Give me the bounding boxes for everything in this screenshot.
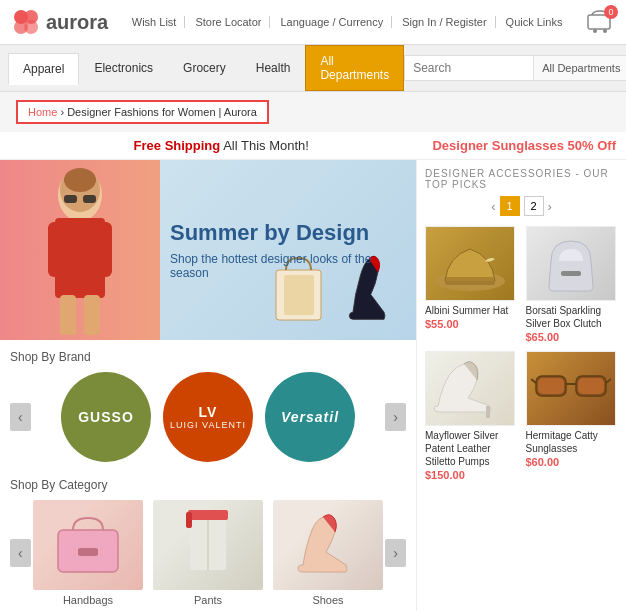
- product-pumps[interactable]: Mayflower Silver Patent Leather Stiletto…: [425, 351, 518, 481]
- hero-text: Summer by Design Shop the hottest design…: [0, 200, 416, 300]
- handbag-illustration: [48, 510, 128, 580]
- svg-point-14: [64, 168, 96, 192]
- category-carousel: ‹ Handbags: [10, 500, 406, 606]
- bag-illustration: [531, 231, 611, 296]
- svg-point-6: [603, 29, 607, 33]
- free-shipping-banner: Free Shipping All This Month!: [10, 138, 432, 153]
- designer-sunglasses-promo[interactable]: Designer Sunglasses 50% Off: [432, 138, 616, 153]
- breadcrumb-wrapper: Home › Designer Fashions for Women | Aur…: [0, 92, 626, 132]
- category-next-button[interactable]: ›: [385, 539, 406, 567]
- logo-icon: [12, 8, 40, 36]
- brand-next-button[interactable]: ›: [385, 403, 406, 431]
- right-panel: DESIGNER ACCESSORIES - OUR TOP PICKS ‹ 1…: [416, 160, 626, 611]
- product-hat[interactable]: Albini Summer Hat $55.00: [425, 226, 518, 343]
- product-pumps-price: $150.00: [425, 469, 518, 481]
- page-header: aurora Wish List Store Locator Language …: [0, 0, 626, 45]
- category-pants-image: [153, 500, 263, 590]
- category-pants[interactable]: Pants: [153, 500, 263, 606]
- product-sunglasses-image: [526, 351, 616, 426]
- hero-title: Summer by Design: [170, 220, 396, 246]
- tab-all-departments[interactable]: All Departments: [305, 45, 404, 91]
- hat-illustration: [430, 231, 510, 296]
- brand-lv[interactable]: LV LUIGI VALENTI: [163, 372, 253, 462]
- svg-rect-33: [538, 378, 564, 394]
- page-btn-1[interactable]: 1: [500, 196, 520, 216]
- brand-carousel: ‹ GUSSO LV LUIGI VALENTI Versatil ›: [10, 372, 406, 462]
- product-pumps-image: [425, 351, 515, 426]
- free-shipping-label: Free Shipping: [134, 138, 221, 153]
- search-dept-select[interactable]: All Departments: [534, 55, 626, 81]
- category-handbags-label: Handbags: [33, 594, 143, 606]
- brand-items: GUSSO LV LUIGI VALENTI Versatil: [31, 372, 386, 462]
- brand-versatil-label: Versatil: [281, 409, 339, 425]
- breadcrumb-home[interactable]: Home: [28, 106, 57, 118]
- tab-health[interactable]: Health: [241, 52, 306, 84]
- svg-rect-20: [78, 548, 98, 556]
- svg-rect-24: [186, 512, 192, 528]
- accessories-title: DESIGNER ACCESSORIES - OUR TOP PICKS: [425, 168, 618, 190]
- top-nav: Wish List Store Locator Language / Curre…: [124, 16, 571, 28]
- breadcrumb-current: Designer Fashions for Women | Aurora: [67, 106, 257, 118]
- brand-versatil[interactable]: Versatil: [265, 372, 355, 462]
- signin-link[interactable]: Sign In / Register: [394, 16, 495, 28]
- main-content: Summer by Design Shop the hottest design…: [0, 160, 626, 611]
- language-currency-link[interactable]: Language / Currency: [272, 16, 392, 28]
- breadcrumb: Home › Designer Fashions for Women | Aur…: [16, 100, 269, 124]
- category-items: Handbags Pants: [31, 500, 386, 606]
- category-shoes[interactable]: Shoes: [273, 500, 383, 606]
- search-input[interactable]: [404, 55, 534, 81]
- category-handbags[interactable]: Handbags: [33, 500, 143, 606]
- svg-line-32: [606, 379, 611, 383]
- cart-icon-wrap[interactable]: 0: [586, 9, 614, 36]
- quick-links[interactable]: Quick Links: [498, 16, 571, 28]
- category-handbags-image: [33, 500, 143, 590]
- cart-badge: 0: [604, 5, 618, 19]
- product-sunglasses[interactable]: Hermitage Catty Sunglasses $60.00: [526, 351, 619, 481]
- product-bag[interactable]: Borsati Sparkling Silver Box Clutch $65.…: [526, 226, 619, 343]
- tab-apparel[interactable]: Apparel: [8, 53, 79, 85]
- hero-subtitle: Shop the hottest designer looks of the s…: [170, 252, 396, 280]
- search-area: All Departments 🔍: [404, 55, 626, 81]
- logo[interactable]: aurora: [12, 8, 108, 36]
- product-sunglasses-name: Hermitage Catty Sunglasses: [526, 429, 619, 455]
- page-next-arrow[interactable]: ›: [548, 199, 552, 214]
- free-shipping-sub: All This Month!: [220, 138, 309, 153]
- brand-lv-sublabel: LUIGI VALENTI: [170, 420, 246, 430]
- product-hat-name: Albini Summer Hat: [425, 304, 518, 317]
- store-locator-link[interactable]: Store Locator: [187, 16, 270, 28]
- product-sunglasses-price: $60.00: [526, 456, 619, 468]
- page-btn-2[interactable]: 2: [524, 196, 544, 216]
- brand-section-title: Shop By Brand: [10, 350, 406, 364]
- brand-lv-label: LV: [199, 404, 218, 420]
- tab-electronics[interactable]: Electronics: [79, 52, 168, 84]
- sunglasses-illustration: [531, 361, 611, 416]
- hero-banner: Summer by Design Shop the hottest design…: [0, 160, 416, 340]
- left-panel: Summer by Design Shop the hottest design…: [0, 160, 416, 611]
- tab-grocery[interactable]: Grocery: [168, 52, 241, 84]
- brand-gusso-label: GUSSO: [78, 409, 134, 425]
- category-section: Shop By Category ‹ Handbags: [0, 468, 416, 611]
- category-shoes-label: Shoes: [273, 594, 383, 606]
- category-shoes-image: [273, 500, 383, 590]
- svg-line-31: [531, 379, 536, 383]
- svg-rect-28: [486, 406, 490, 418]
- wishlist-link[interactable]: Wish List: [124, 16, 186, 28]
- category-section-title: Shop By Category: [10, 478, 406, 492]
- pants-illustration: [168, 510, 248, 580]
- svg-rect-26: [445, 277, 495, 285]
- product-bag-price: $65.00: [526, 331, 619, 343]
- product-bag-image: [526, 226, 616, 301]
- svg-rect-21: [188, 510, 228, 520]
- product-pumps-name: Mayflower Silver Patent Leather Stiletto…: [425, 429, 518, 468]
- page-prev-arrow[interactable]: ‹: [491, 199, 495, 214]
- cart-area[interactable]: 0: [586, 9, 614, 36]
- pumps-illustration: [430, 356, 510, 421]
- category-pants-label: Pants: [153, 594, 263, 606]
- category-prev-button[interactable]: ‹: [10, 539, 31, 567]
- brand-gusso[interactable]: GUSSO: [61, 372, 151, 462]
- svg-point-3: [24, 20, 38, 34]
- brand-prev-button[interactable]: ‹: [10, 403, 31, 431]
- svg-rect-27: [561, 271, 581, 276]
- logo-text: aurora: [46, 11, 108, 34]
- page-nav: ‹ 1 2 ›: [425, 196, 618, 216]
